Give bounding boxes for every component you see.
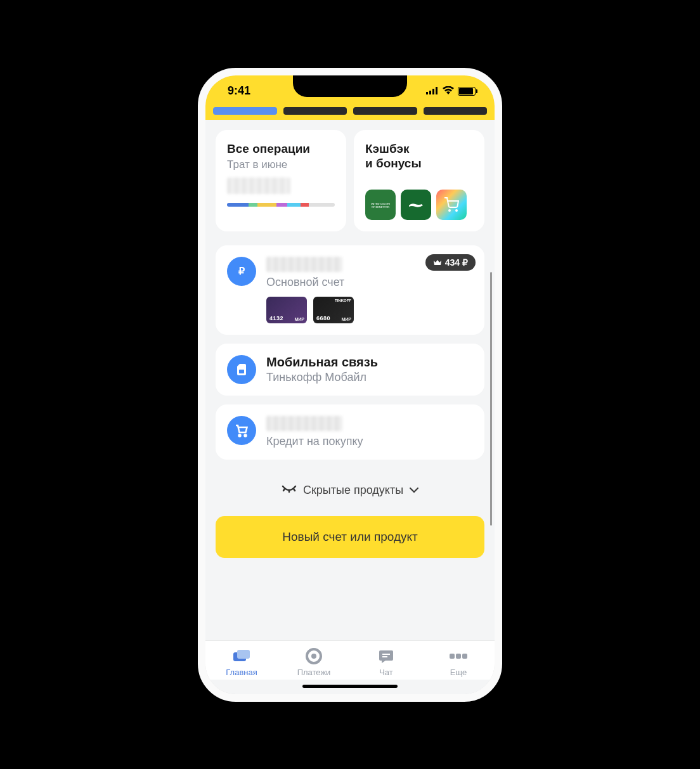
operations-card[interactable]: Все операции Трат в июне xyxy=(216,130,346,231)
operations-title: Все операции xyxy=(227,141,335,157)
svg-rect-0 xyxy=(426,92,428,94)
status-time: 9:41 xyxy=(228,84,250,98)
svg-line-16 xyxy=(294,489,295,491)
svg-rect-2 xyxy=(432,89,434,94)
sim-icon xyxy=(227,355,256,384)
svg-rect-18 xyxy=(237,650,250,659)
linked-cards: 4132 МИР TINKOFF 6680 МИР xyxy=(266,297,473,323)
home-indicator[interactable] xyxy=(302,685,398,688)
hidden-products-toggle[interactable]: Скрытые продукты xyxy=(216,469,484,516)
notch xyxy=(293,75,407,97)
partner-icon[interactable] xyxy=(436,190,467,220)
mobile-subtitle: Тинькофф Мобайл xyxy=(266,371,473,384)
new-product-button[interactable]: Новый счет или продукт xyxy=(216,516,484,558)
svg-line-14 xyxy=(283,489,285,491)
account-balance-hidden xyxy=(266,257,342,272)
card-chip[interactable] xyxy=(353,107,417,115)
ruble-icon: ₽ xyxy=(227,257,256,286)
tab-home[interactable]: Главная xyxy=(205,647,278,677)
mobile-title: Мобильная связь xyxy=(266,355,473,370)
svg-text:₽: ₽ xyxy=(238,266,245,276)
signal-icon xyxy=(426,86,439,97)
cashback-title: Кэшбэк и бонусы xyxy=(365,141,473,172)
svg-rect-11 xyxy=(239,370,244,373)
svg-rect-24 xyxy=(456,654,461,659)
wifi-icon xyxy=(443,86,454,97)
crown-icon xyxy=(433,259,442,266)
cart-icon xyxy=(227,416,256,445)
card-chip[interactable] xyxy=(283,107,347,115)
operations-subtitle: Трат в июне xyxy=(227,158,335,171)
cashback-badge[interactable]: 434 ₽ xyxy=(425,254,476,271)
tab-bar: Главная Платежи Чат Еще xyxy=(205,640,495,680)
phone-frame: 9:41 Все операции Трат в xyxy=(198,68,502,702)
account-subtitle: Основной счет xyxy=(266,276,473,289)
svg-point-7 xyxy=(456,210,457,211)
eye-closed-icon xyxy=(282,485,297,495)
tab-more[interactable]: Еще xyxy=(422,647,495,677)
cashback-partners: UNITED COLORSOF BENETTON xyxy=(365,190,473,220)
chevron-down-icon xyxy=(410,488,418,493)
svg-text:OF BENETTON: OF BENETTON xyxy=(372,205,389,209)
mobile-account-card[interactable]: Мобильная связь Тинькофф Мобайл xyxy=(216,344,484,396)
main-account-card[interactable]: 434 ₽ ₽ Основной счет 4132 МИР TINKOFF xyxy=(216,245,484,335)
svg-rect-23 xyxy=(450,654,455,659)
svg-point-20 xyxy=(311,654,316,659)
content-scroll[interactable]: Все операции Трат в июне xyxy=(205,120,495,640)
svg-rect-21 xyxy=(382,654,390,655)
battery-icon xyxy=(458,87,476,96)
payments-tab-icon xyxy=(304,647,323,665)
svg-point-6 xyxy=(449,210,450,211)
bank-card[interactable]: TINKOFF 6680 МИР xyxy=(313,297,354,323)
screen: 9:41 Все операции Трат в xyxy=(205,75,495,694)
svg-rect-1 xyxy=(429,91,431,94)
chat-tab-icon xyxy=(377,647,396,665)
card-strip[interactable] xyxy=(205,107,495,120)
svg-rect-25 xyxy=(462,654,467,659)
operations-amount-hidden xyxy=(227,178,290,194)
svg-rect-3 xyxy=(436,87,438,94)
svg-point-13 xyxy=(245,434,247,436)
tab-chat[interactable]: Чат xyxy=(350,647,422,677)
partner-icon[interactable]: UNITED COLORSOF BENETTON xyxy=(365,190,396,220)
more-tab-icon xyxy=(449,647,468,665)
scrollbar[interactable] xyxy=(490,272,492,526)
status-icons xyxy=(426,86,476,97)
svg-point-12 xyxy=(239,434,241,436)
svg-rect-22 xyxy=(382,656,387,657)
spending-bar xyxy=(227,203,335,207)
cashback-card[interactable]: Кэшбэк и бонусы UNITED COLORSOF BENETTON xyxy=(354,130,484,231)
home-tab-icon xyxy=(232,647,251,665)
partner-icon[interactable] xyxy=(401,190,431,220)
card-chip[interactable] xyxy=(424,107,488,115)
credit-balance-hidden xyxy=(266,416,342,431)
credit-account-card[interactable]: Кредит на покупку xyxy=(216,404,484,460)
tab-payments[interactable]: Платежи xyxy=(278,647,350,677)
credit-subtitle: Кредит на покупку xyxy=(266,435,473,448)
bank-card[interactable]: 4132 МИР xyxy=(266,297,307,323)
card-chip[interactable] xyxy=(213,107,277,115)
